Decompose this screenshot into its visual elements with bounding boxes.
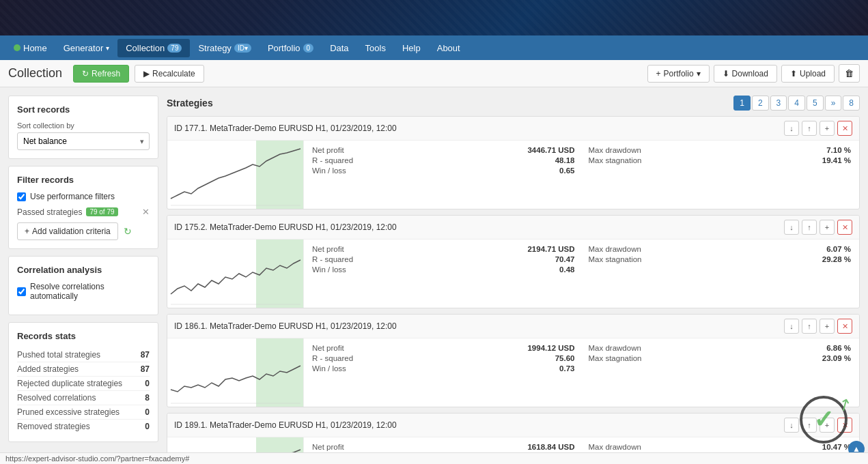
add-validation-row: + Add validation criteria ↻ <box>17 222 150 240</box>
move-up-button[interactable]: ↑ <box>802 319 817 334</box>
resolve-correlations-checkbox[interactable] <box>17 287 26 296</box>
stats-row: Removed strategies0 <box>17 420 150 433</box>
page-button[interactable]: 8 <box>843 96 860 111</box>
stat-label: Max drawdown <box>589 245 641 253</box>
strategy-body: Net profit1994.12 USDMax drawdown6.86 %R… <box>167 338 859 407</box>
remove-button[interactable]: ✕ <box>837 319 852 334</box>
generator-arrow-icon: ▾ <box>106 44 109 52</box>
svg-rect-4 <box>256 338 304 407</box>
main-content: Sort records Sort collection by Net bala… <box>0 87 868 464</box>
strategy-stats: Net profit1994.12 USDMax drawdown6.86 %R… <box>304 338 859 407</box>
top-banner <box>0 0 868 35</box>
strategy-stats: Net profit3446.71 USDMax drawdown7.10 %R… <box>304 141 859 209</box>
move-down-button[interactable]: ↓ <box>784 418 799 433</box>
stat-value: 70.47 <box>555 255 575 263</box>
filter-records-title: Filter records <box>17 175 150 185</box>
strategy-id: ID 186.1. MetaTrader-Demo EURUSD H1, 01/… <box>174 321 784 331</box>
move-down-button[interactable]: ↓ <box>784 121 799 136</box>
page-button[interactable]: 3 <box>770 96 787 111</box>
filter-records-section: Filter records Use performance filters P… <box>8 166 158 249</box>
stat-row: Net profit1618.84 USD <box>312 443 575 451</box>
stat-label: Win / loss <box>312 265 346 274</box>
strategy-body: Net profit3446.71 USDMax drawdown7.10 %R… <box>167 141 859 209</box>
stats-value: 8 <box>145 393 150 403</box>
checkmark-icon: ✓ <box>813 405 834 434</box>
stats-label: Added strategies <box>17 364 79 374</box>
stat-row: Max stagnation23.09 % <box>589 354 852 362</box>
pagination: 12345»8 <box>733 96 860 111</box>
stat-label: R - squared <box>312 156 353 164</box>
move-up-button[interactable]: ↑ <box>802 121 817 136</box>
nav-help[interactable]: Help <box>394 39 429 57</box>
nav-strategy[interactable]: Strategy ID▾ <box>190 39 259 57</box>
stats-label: Pruned excessive strategies <box>17 407 120 417</box>
delete-button[interactable]: 🗑 <box>839 64 860 83</box>
recalculate-button[interactable]: ▶ Recalculate <box>135 65 204 83</box>
nav-tools[interactable]: Tools <box>357 39 394 57</box>
nav-data[interactable]: Data <box>322 39 356 57</box>
stat-value: 0.48 <box>559 265 574 274</box>
add-icon: + <box>25 227 29 236</box>
passed-delete-icon[interactable]: ✕ <box>142 207 150 217</box>
add-button[interactable]: + <box>820 220 835 235</box>
page-button[interactable]: 1 <box>733 96 751 111</box>
add-validation-button[interactable]: + Add validation criteria <box>17 222 118 240</box>
stat-value: 3446.71 USD <box>527 146 574 154</box>
add-button[interactable]: + <box>820 319 835 334</box>
stat-label: Net profit <box>312 344 344 352</box>
strategy-header: ID 177.1. MetaTrader-Demo EURUSD H1, 01/… <box>167 117 859 141</box>
stat-row: Net profit3446.71 USD <box>312 146 575 154</box>
stat-row: Max drawdown7.10 % <box>589 146 852 154</box>
stat-row: Max stagnation29.28 % <box>589 255 852 263</box>
nav-collection[interactable]: Collection 79 <box>117 39 190 57</box>
stat-label: Win / loss <box>312 364 346 373</box>
strategy-id: ID 175.2. MetaTrader-Demo EURUSD H1, 01/… <box>174 222 784 232</box>
performance-filter-checkbox[interactable] <box>17 192 26 201</box>
remove-button[interactable]: ✕ <box>837 121 852 136</box>
page-button[interactable]: 5 <box>807 96 824 111</box>
remove-button[interactable]: ✕ <box>837 220 852 235</box>
refresh-button[interactable]: ↻ Refresh <box>73 65 129 83</box>
sort-select-wrapper: Net balance Net profit Max drawdown R-sq… <box>17 132 150 150</box>
strategy-stats: Net profit2194.71 USDMax drawdown6.07 %R… <box>304 240 859 308</box>
strategy-header: ID 189.1. MetaTrader-Demo EURUSD H1, 01/… <box>167 414 859 437</box>
page-button[interactable]: 2 <box>752 96 769 111</box>
page-button[interactable]: 4 <box>788 96 805 111</box>
right-panel: Strategies 12345»8 ID 177.1. MetaTrader-… <box>167 96 860 464</box>
stat-value: 6.07 % <box>826 245 851 253</box>
page-button[interactable]: » <box>825 96 842 111</box>
nav-generator[interactable]: Generator ▾ <box>55 39 118 57</box>
move-up-button[interactable]: ↑ <box>802 220 817 235</box>
move-down-button[interactable]: ↓ <box>784 319 799 334</box>
portfolio-arrow-icon: ▾ <box>697 69 701 78</box>
stat-row: Win / loss0.65 <box>312 166 575 175</box>
stat-value: 0.65 <box>559 166 574 175</box>
toolbar: Collection ↻ Refresh ▶ Recalculate + Por… <box>0 60 868 87</box>
stat-value: 2194.71 USD <box>527 245 574 253</box>
stat-label: Net profit <box>312 245 344 253</box>
svg-rect-2 <box>256 240 304 308</box>
stat-row: Max drawdown6.07 % <box>589 245 852 253</box>
strategy-chart <box>167 338 304 407</box>
move-down-button[interactable]: ↓ <box>784 220 799 235</box>
stat-value: 6.86 % <box>826 344 851 352</box>
upload-icon: ⬆ <box>790 69 797 78</box>
stat-row: Net profit2194.71 USD <box>312 245 575 253</box>
stat-label: Max stagnation <box>589 156 642 164</box>
download-button[interactable]: ⬇ Download <box>714 65 777 83</box>
stats-value: 0 <box>145 422 150 431</box>
stats-value: 0 <box>145 379 150 388</box>
portfolio-button[interactable]: + Portfolio ▾ <box>647 65 710 83</box>
filter-refresh-icon[interactable]: ↻ <box>124 226 132 237</box>
add-button[interactable]: + <box>820 121 835 136</box>
resolve-correlations-row: Resolve correlations automatically <box>17 282 150 301</box>
nav-about[interactable]: About <box>429 39 468 57</box>
passed-label: Passed strategies <box>17 207 82 217</box>
nav-portfolio[interactable]: Portfolio 0 <box>260 39 322 57</box>
portfolio-badge: 0 <box>303 44 314 53</box>
upload-button[interactable]: ⬆ Upload <box>781 65 835 83</box>
left-panel: Sort records Sort collection by Net bala… <box>8 96 158 464</box>
performance-filter-row: Use performance filters <box>17 192 150 201</box>
sort-select[interactable]: Net balance Net profit Max drawdown R-sq… <box>17 132 150 150</box>
nav-home[interactable]: Home <box>5 39 55 57</box>
